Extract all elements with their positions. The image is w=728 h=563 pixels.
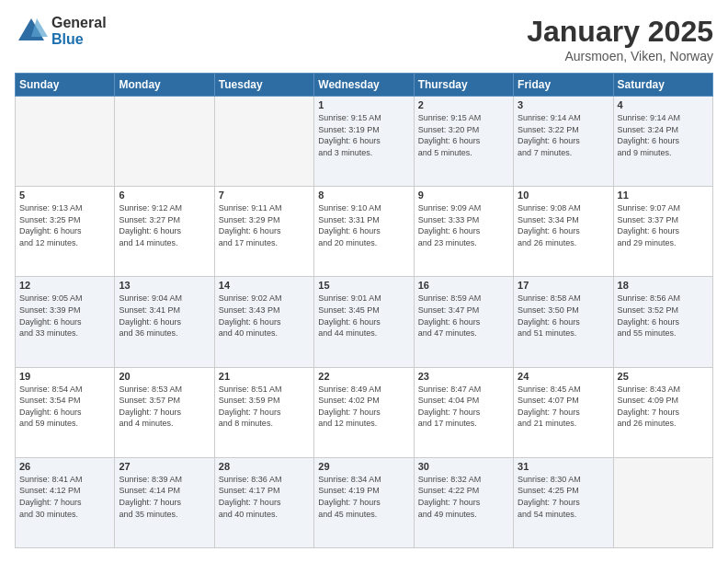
day-info: Sunrise: 9:02 AM Sunset: 3:43 PM Dayligh… [219,293,310,339]
calendar-cell: 11Sunrise: 9:07 AM Sunset: 3:37 PM Dayli… [613,187,712,277]
title-area: January 2025 Aursmoen, Viken, Norway [527,15,713,63]
day-number: 11 [618,190,709,201]
calendar-cell: 16Sunrise: 8:59 AM Sunset: 3:47 PM Dayli… [414,277,513,367]
day-number: 9 [418,190,509,201]
day-info: Sunrise: 9:13 AM Sunset: 3:25 PM Dayligh… [19,202,110,248]
calendar-cell: 20Sunrise: 8:53 AM Sunset: 3:57 PM Dayli… [115,367,214,457]
calendar-week-row: 19Sunrise: 8:54 AM Sunset: 3:54 PM Dayli… [16,367,713,457]
day-info: Sunrise: 8:32 AM Sunset: 4:22 PM Dayligh… [418,474,509,520]
calendar-cell: 7Sunrise: 9:11 AM Sunset: 3:29 PM Daylig… [214,187,313,277]
day-info: Sunrise: 9:05 AM Sunset: 3:39 PM Dayligh… [19,293,110,339]
day-number: 8 [318,190,409,201]
day-info: Sunrise: 9:15 AM Sunset: 3:20 PM Dayligh… [418,112,509,158]
day-info: Sunrise: 8:34 AM Sunset: 4:19 PM Dayligh… [318,474,409,520]
day-number: 26 [19,461,110,472]
day-number: 23 [418,371,509,382]
day-number: 17 [518,280,609,291]
calendar-cell: 3Sunrise: 9:14 AM Sunset: 3:22 PM Daylig… [514,97,613,187]
calendar-cell: 13Sunrise: 9:04 AM Sunset: 3:41 PM Dayli… [115,277,214,367]
logo-text: General Blue [51,15,107,47]
day-info: Sunrise: 8:43 AM Sunset: 4:09 PM Dayligh… [618,384,709,430]
day-info: Sunrise: 8:53 AM Sunset: 3:57 PM Dayligh… [119,384,210,430]
calendar-cell [115,97,214,187]
calendar-cell: 2Sunrise: 9:15 AM Sunset: 3:20 PM Daylig… [414,97,513,187]
calendar-cell: 22Sunrise: 8:49 AM Sunset: 4:02 PM Dayli… [314,367,414,457]
day-info: Sunrise: 9:12 AM Sunset: 3:27 PM Dayligh… [119,202,210,248]
day-header-monday: Monday [115,74,214,97]
page: General Blue January 2025 Aursmoen, Vike… [0,0,728,563]
logo: General Blue [15,15,107,48]
calendar-cell: 6Sunrise: 9:12 AM Sunset: 3:27 PM Daylig… [115,187,214,277]
day-number: 10 [518,190,609,201]
day-header-saturday: Saturday [613,74,712,97]
calendar-cell: 29Sunrise: 8:34 AM Sunset: 4:19 PM Dayli… [314,457,414,547]
logo-general: General [51,15,107,31]
location: Aursmoen, Viken, Norway [527,49,713,63]
calendar-cell: 19Sunrise: 8:54 AM Sunset: 3:54 PM Dayli… [16,367,115,457]
calendar-week-row: 1Sunrise: 9:15 AM Sunset: 3:19 PM Daylig… [16,97,713,187]
day-number: 7 [219,190,310,201]
day-info: Sunrise: 8:56 AM Sunset: 3:52 PM Dayligh… [618,293,709,339]
day-number: 19 [19,371,110,382]
calendar-cell: 27Sunrise: 8:39 AM Sunset: 4:14 PM Dayli… [115,457,214,547]
day-info: Sunrise: 8:36 AM Sunset: 4:17 PM Dayligh… [219,474,310,520]
day-info: Sunrise: 9:08 AM Sunset: 3:34 PM Dayligh… [518,202,609,248]
day-info: Sunrise: 8:41 AM Sunset: 4:12 PM Dayligh… [19,474,110,520]
day-number: 28 [219,461,310,472]
day-info: Sunrise: 9:15 AM Sunset: 3:19 PM Dayligh… [318,112,409,158]
calendar-cell: 28Sunrise: 8:36 AM Sunset: 4:17 PM Dayli… [214,457,313,547]
day-info: Sunrise: 9:09 AM Sunset: 3:33 PM Dayligh… [418,202,509,248]
calendar-cell: 26Sunrise: 8:41 AM Sunset: 4:12 PM Dayli… [16,457,115,547]
day-info: Sunrise: 8:30 AM Sunset: 4:25 PM Dayligh… [518,474,609,520]
day-header-wednesday: Wednesday [314,74,414,97]
calendar-cell: 25Sunrise: 8:43 AM Sunset: 4:09 PM Dayli… [613,367,712,457]
day-number: 13 [119,280,210,291]
day-header-friday: Friday [514,74,613,97]
day-number: 1 [318,99,409,110]
calendar-cell: 24Sunrise: 8:45 AM Sunset: 4:07 PM Dayli… [514,367,613,457]
day-info: Sunrise: 9:11 AM Sunset: 3:29 PM Dayligh… [219,202,310,248]
calendar-cell: 14Sunrise: 9:02 AM Sunset: 3:43 PM Dayli… [214,277,313,367]
calendar-week-row: 26Sunrise: 8:41 AM Sunset: 4:12 PM Dayli… [16,457,713,547]
day-number: 18 [618,280,709,291]
day-info: Sunrise: 8:47 AM Sunset: 4:04 PM Dayligh… [418,384,509,430]
day-header-sunday: Sunday [16,74,115,97]
day-number: 24 [518,371,609,382]
day-info: Sunrise: 8:39 AM Sunset: 4:14 PM Dayligh… [119,474,210,520]
day-number: 3 [518,99,609,110]
calendar-cell: 31Sunrise: 8:30 AM Sunset: 4:25 PM Dayli… [514,457,613,547]
day-number: 20 [119,371,210,382]
day-number: 22 [318,371,409,382]
day-info: Sunrise: 8:49 AM Sunset: 4:02 PM Dayligh… [318,384,409,430]
day-number: 29 [318,461,409,472]
day-number: 12 [19,280,110,291]
calendar: SundayMondayTuesdayWednesdayThursdayFrid… [15,73,713,548]
calendar-week-row: 5Sunrise: 9:13 AM Sunset: 3:25 PM Daylig… [16,187,713,277]
logo-icon [15,15,48,48]
day-number: 4 [618,99,709,110]
calendar-header-row: SundayMondayTuesdayWednesdayThursdayFrid… [16,74,713,97]
calendar-cell: 8Sunrise: 9:10 AM Sunset: 3:31 PM Daylig… [314,187,414,277]
day-header-thursday: Thursday [414,74,513,97]
day-number: 31 [518,461,609,472]
day-number: 21 [219,371,310,382]
calendar-cell: 1Sunrise: 9:15 AM Sunset: 3:19 PM Daylig… [314,97,414,187]
header: General Blue January 2025 Aursmoen, Vike… [15,15,713,63]
day-info: Sunrise: 8:54 AM Sunset: 3:54 PM Dayligh… [19,384,110,430]
calendar-cell: 4Sunrise: 9:14 AM Sunset: 3:24 PM Daylig… [613,97,712,187]
day-info: Sunrise: 9:04 AM Sunset: 3:41 PM Dayligh… [119,293,210,339]
day-number: 30 [418,461,509,472]
day-number: 16 [418,280,509,291]
calendar-cell [214,97,313,187]
calendar-cell: 30Sunrise: 8:32 AM Sunset: 4:22 PM Dayli… [414,457,513,547]
day-number: 14 [219,280,310,291]
calendar-cell: 12Sunrise: 9:05 AM Sunset: 3:39 PM Dayli… [16,277,115,367]
calendar-cell [16,97,115,187]
day-info: Sunrise: 9:07 AM Sunset: 3:37 PM Dayligh… [618,202,709,248]
calendar-cell: 17Sunrise: 8:58 AM Sunset: 3:50 PM Dayli… [514,277,613,367]
day-info: Sunrise: 8:59 AM Sunset: 3:47 PM Dayligh… [418,293,509,339]
day-number: 27 [119,461,210,472]
day-info: Sunrise: 9:14 AM Sunset: 3:24 PM Dayligh… [618,112,709,158]
calendar-cell: 23Sunrise: 8:47 AM Sunset: 4:04 PM Dayli… [414,367,513,457]
day-info: Sunrise: 9:10 AM Sunset: 3:31 PM Dayligh… [318,202,409,248]
